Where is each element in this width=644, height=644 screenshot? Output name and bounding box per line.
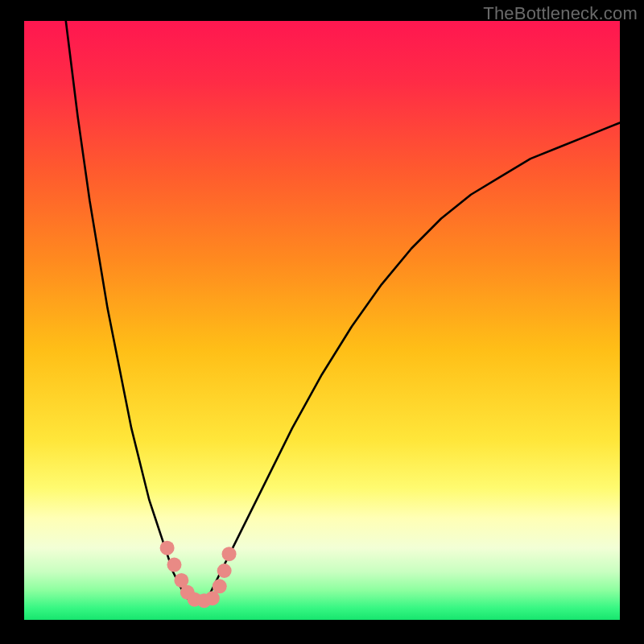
valley-marker xyxy=(222,547,237,561)
valley-marker xyxy=(167,558,181,572)
chart-plot xyxy=(24,21,620,620)
valley-marker xyxy=(217,564,232,578)
gradient-background xyxy=(24,21,620,620)
valley-marker xyxy=(160,541,175,555)
valley-marker xyxy=(213,579,227,593)
chart-frame: TheBottleneck.com xyxy=(0,0,644,644)
